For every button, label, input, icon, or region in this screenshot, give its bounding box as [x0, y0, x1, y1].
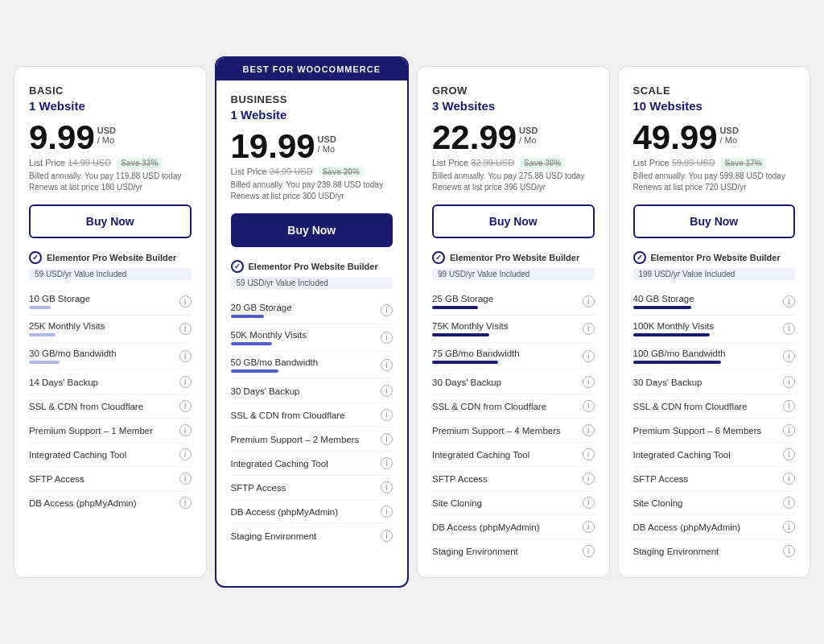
- feature-text: DB Access (phpMyAdmin): [29, 498, 137, 508]
- info-icon[interactable]: i: [783, 350, 795, 362]
- plan-name: GROW: [432, 85, 595, 97]
- feature-text: SFTP Access: [29, 474, 84, 484]
- info-icon[interactable]: i: [783, 295, 795, 308]
- info-icon[interactable]: i: [179, 376, 192, 388]
- feature-item: Premium Support – 1 Memberi: [29, 419, 192, 443]
- price-main: 9.99: [29, 121, 95, 155]
- info-icon[interactable]: i: [381, 457, 393, 469]
- price-main: 19.99: [231, 130, 315, 163]
- info-icon[interactable]: i: [381, 332, 393, 344]
- feature-list: 25 GB Storagei 75K Monthly Visitsi 75 GB…: [432, 288, 595, 563]
- info-icon[interactable]: i: [783, 497, 795, 509]
- feature-item: Integrated Caching Tooli: [432, 443, 595, 467]
- info-icon[interactable]: i: [179, 323, 192, 335]
- price-main: 22.99: [432, 121, 517, 155]
- info-icon[interactable]: i: [381, 409, 393, 421]
- feature-list: 40 GB Storagei 100K Monthly Visitsi 100 …: [633, 288, 796, 563]
- price-period: / Mo: [318, 144, 336, 154]
- info-icon[interactable]: i: [179, 448, 192, 460]
- elementor-value: 199 USD/yr Value Included: [633, 268, 796, 280]
- feature-item: 30 Days' Backupi: [633, 370, 796, 394]
- plan-name: BASIC: [29, 85, 192, 97]
- info-icon[interactable]: i: [783, 400, 795, 412]
- info-icon[interactable]: i: [783, 545, 795, 557]
- feature-item: Site Cloningi: [633, 491, 796, 515]
- info-icon[interactable]: i: [381, 359, 393, 371]
- info-icon[interactable]: i: [179, 295, 192, 308]
- list-price: List Price 14.99 USD Save 33%: [29, 158, 192, 168]
- feature-text: DB Access (phpMyAdmin): [231, 507, 339, 517]
- save-badge: Save 33%: [117, 158, 162, 168]
- info-icon[interactable]: i: [583, 545, 595, 557]
- feature-text: 100K Monthly Visits: [633, 321, 715, 331]
- info-icon[interactable]: i: [783, 521, 795, 533]
- feature-text: 10 GB Storage: [29, 294, 90, 303]
- feature-item: Premium Support – 2 Membersi: [231, 427, 393, 452]
- plan-websites: 3 Websites: [432, 99, 595, 113]
- feature-bar: [432, 333, 489, 336]
- feature-item: Premium Support – 4 Membersi: [432, 419, 595, 443]
- info-icon[interactable]: i: [583, 521, 595, 533]
- elementor-label: Elementor Pro Website Builder: [450, 253, 579, 262]
- plan-websites: 1 Website: [231, 108, 393, 122]
- info-icon[interactable]: i: [381, 530, 393, 542]
- feature-item: DB Access (phpMyAdmin)i: [633, 515, 796, 539]
- info-icon[interactable]: i: [783, 376, 795, 388]
- feature-item: 100K Monthly Visitsi: [633, 316, 796, 343]
- feature-text: 100 GB/mo Bandwidth: [633, 349, 726, 358]
- info-icon[interactable]: i: [179, 350, 192, 362]
- info-icon[interactable]: i: [583, 376, 595, 388]
- feature-item: 14 Days' Backupi: [29, 370, 192, 394]
- feature-text: 75K Monthly Visits: [432, 321, 508, 331]
- original-price: 24.99 USD: [270, 167, 313, 176]
- feature-text: Staging Environment: [432, 547, 518, 556]
- info-icon[interactable]: i: [179, 497, 192, 509]
- info-icon[interactable]: i: [783, 323, 795, 335]
- info-icon[interactable]: i: [583, 424, 595, 436]
- info-icon[interactable]: i: [179, 400, 192, 412]
- feature-item: Site Cloningi: [432, 491, 595, 515]
- list-price: List Price 24.99 USD Save 20%: [231, 167, 393, 177]
- feature-item: SFTP Accessi: [432, 467, 595, 491]
- info-icon[interactable]: i: [381, 481, 393, 493]
- info-icon[interactable]: i: [583, 323, 595, 335]
- info-icon[interactable]: i: [783, 473, 795, 485]
- feature-item: SFTP Accessi: [231, 476, 393, 500]
- price-row: 22.99 USD / Mo: [432, 121, 595, 155]
- feature-text: SSL & CDN from Cloudflare: [29, 402, 143, 411]
- feature-text: SFTP Access: [231, 483, 286, 493]
- info-icon[interactable]: i: [783, 424, 795, 436]
- info-icon[interactable]: i: [583, 400, 595, 412]
- save-badge: Save 17%: [721, 158, 766, 168]
- buy-button[interactable]: Buy Now: [432, 204, 595, 238]
- info-icon[interactable]: i: [583, 350, 595, 362]
- info-icon[interactable]: i: [783, 448, 795, 460]
- feature-item: Integrated Caching Tooli: [29, 443, 192, 467]
- feature-list: 20 GB Storagei 50K Monthly Visitsi 50 GB…: [231, 297, 393, 572]
- feature-text: SSL & CDN from Cloudflare: [432, 402, 546, 411]
- price-period: / Mo: [519, 135, 538, 145]
- info-icon[interactable]: i: [583, 295, 595, 308]
- info-icon[interactable]: i: [583, 473, 595, 485]
- info-icon[interactable]: i: [179, 473, 192, 485]
- info-icon[interactable]: i: [381, 433, 393, 445]
- info-icon[interactable]: i: [583, 448, 595, 460]
- buy-button[interactable]: Buy Now: [231, 213, 393, 247]
- buy-button[interactable]: Buy Now: [29, 204, 192, 238]
- info-icon[interactable]: i: [381, 506, 393, 518]
- buy-button[interactable]: Buy Now: [633, 204, 796, 238]
- feature-item: SFTP Accessi: [29, 467, 192, 491]
- feature-text: 50K Monthly Visits: [231, 330, 307, 340]
- price-row: 19.99 USD / Mo: [231, 130, 393, 163]
- feature-text: SFTP Access: [633, 474, 689, 484]
- feature-text: 25 GB Storage: [432, 294, 493, 303]
- info-icon[interactable]: i: [381, 385, 393, 397]
- info-icon[interactable]: i: [179, 424, 192, 436]
- plan-websites: 10 Websites: [633, 99, 796, 113]
- pricing-table: BASIC1 Website 9.99 USD / Mo List Price …: [10, 56, 814, 588]
- feature-text: Site Cloning: [633, 498, 683, 508]
- feature-bar: [29, 361, 60, 364]
- info-icon[interactable]: i: [583, 497, 595, 509]
- feature-text: SSL & CDN from Cloudflare: [231, 411, 345, 420]
- info-icon[interactable]: i: [381, 304, 393, 316]
